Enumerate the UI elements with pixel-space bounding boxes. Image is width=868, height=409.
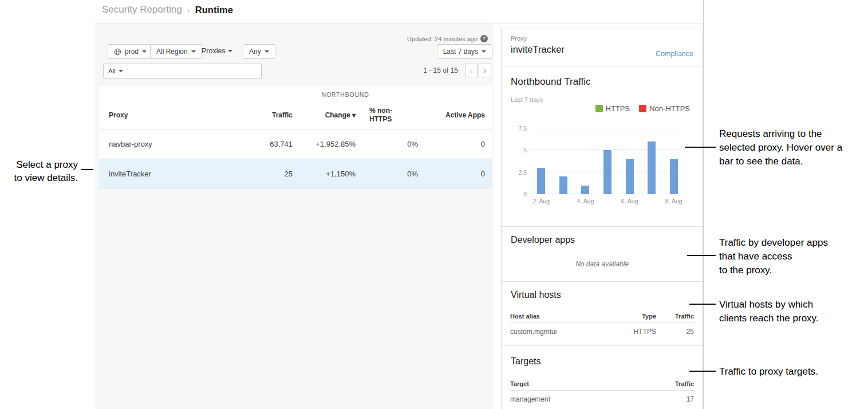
chart-y-tick-label: 7.5 [518, 125, 527, 132]
chart-bar[interactable] [603, 150, 611, 194]
cell-change: +1,150% [293, 170, 356, 178]
chart-bar[interactable] [648, 141, 656, 194]
target-row: management 17 [510, 391, 694, 408]
cell-host-alias: custom,mgmtui [510, 328, 615, 336]
search-input[interactable] [128, 64, 262, 78]
column-header-non-https[interactable]: % non-HTTPS [356, 107, 418, 124]
chart-bar[interactable] [626, 159, 634, 194]
northbound-group-label: NORTHBOUND [322, 91, 369, 98]
column-header-proxy[interactable]: Proxy [99, 111, 241, 119]
callout-line-virtual-hosts [689, 304, 716, 305]
annotation-select-proxy: Select a proxy to view details. [2, 158, 78, 184]
column-header-change-sort[interactable]: Change ▾ [293, 111, 356, 119]
proxies-label-text: Proxies [202, 47, 226, 55]
virtual-hosts-title: Virtual hosts [511, 290, 561, 300]
selected-proxy-name: inviteTracker [511, 44, 565, 55]
cell-non-https: 0% [356, 170, 418, 178]
chart-x-axis: 2. Aug4. Aug6. Aug8. Aug [530, 198, 685, 204]
caret-down-icon [142, 50, 147, 53]
chart-plot-area [530, 128, 685, 194]
chart-x-tick-label [553, 198, 575, 204]
chart-bar[interactable] [581, 186, 589, 194]
chart-bar[interactable] [559, 176, 567, 194]
breadcrumb-current-runtime: Runtime [195, 5, 233, 15]
environment-value: prod [125, 48, 139, 56]
any-filter-dropdown[interactable]: Any [243, 44, 275, 59]
virtual-host-row: custom,mgmtui HTTPS 25 [510, 323, 694, 340]
cell-change: +1,952.85% [293, 140, 356, 148]
legend-item-https: HTTPS [595, 104, 630, 113]
non-https-legend-swatch-icon [639, 105, 646, 112]
table-row-invitetracker[interactable]: inviteTracker 25 +1,150% 0% 0 [99, 159, 492, 189]
column-header-active-apps[interactable]: Active Apps [418, 111, 492, 119]
proxy-label: Proxy [511, 35, 527, 42]
updated-text: Updated: 24 minutes ago [407, 36, 478, 42]
chart-y-tick-label: 0 [523, 191, 527, 198]
any-filter-value: Any [249, 48, 261, 56]
date-range-value: Last 7 days [443, 48, 478, 56]
pagination-prev-button[interactable]: ‹ [465, 64, 478, 77]
virtual-hosts-section: Virtual hosts Host alias Type Traffic cu… [502, 282, 703, 346]
annotation-requests: Requests arriving to the selected proxy.… [719, 127, 868, 168]
legend-item-non-https: Non-HTTPS [639, 104, 690, 113]
northbound-traffic-subtitle: Last 7 days [511, 96, 543, 103]
virtual-hosts-table: Host alias Type Traffic custom,mgmtui HT… [510, 309, 694, 340]
caret-down-icon [482, 50, 486, 53]
help-icon[interactable]: ? [480, 35, 488, 42]
caret-down-icon [265, 50, 269, 53]
developer-apps-title: Developer apps [511, 235, 575, 245]
cell-traffic: 25 [656, 328, 694, 336]
search-scope-dropdown[interactable]: All [103, 64, 128, 78]
chart-bar[interactable] [670, 159, 678, 194]
callout-line-targets [689, 371, 716, 372]
cell-traffic: 63,741 [241, 140, 293, 148]
search-scope-value: All [108, 68, 116, 74]
developer-apps-empty-message: No data available [502, 260, 703, 268]
cell-active-apps: 0 [418, 170, 492, 178]
chart-y-tick-label: 2.5 [518, 169, 527, 176]
caret-down-icon [119, 70, 123, 72]
developer-apps-section: Developer apps No data available [502, 227, 703, 282]
chart-legend: HTTPS Non-HTTPS [595, 104, 690, 113]
pagination-next-button[interactable]: › [479, 64, 491, 77]
column-header-traffic[interactable]: Traffic [241, 111, 293, 119]
updated-status: Updated: 24 minutes ago ? [407, 35, 488, 42]
search-group: All [103, 64, 262, 78]
chart-bar[interactable] [537, 168, 545, 194]
pagination-range: 1 - 15 of 15 [423, 66, 458, 74]
table-row-navbar-proxy[interactable]: navbar-proxy 63,741 +1,952.85% 0% 0 [99, 129, 492, 159]
column-header-traffic: Traffic [656, 380, 694, 387]
column-header-target: Target [510, 380, 656, 387]
column-header-traffic: Traffic [656, 313, 694, 320]
environment-dropdown[interactable]: prod [108, 44, 153, 59]
targets-header-row: Target Traffic [510, 377, 694, 391]
chart-x-tick-label [641, 198, 663, 204]
annotation-targets: Traffic to proxy targets. [719, 365, 868, 379]
column-header-type: Type [615, 313, 656, 320]
breadcrumb-link-security-reporting[interactable]: Security Reporting [102, 4, 182, 15]
chart-y-axis: 02.557.5 [505, 128, 527, 194]
table-header-row: Proxy Traffic Change ▾ % non-HTTPS Activ… [99, 101, 492, 129]
targets-title: Targets [511, 356, 540, 367]
proxy-detail-panel: Proxy inviteTracker Compliance Northboun… [501, 29, 703, 409]
proxies-dropdown[interactable]: Proxies [202, 47, 232, 55]
proxy-header-section: Proxy inviteTracker Compliance [502, 29, 703, 66]
main-panel: Updated: 24 minutes ago ? prod All Regio… [94, 23, 494, 409]
caret-down-icon [228, 50, 232, 52]
cell-proxy-name: inviteTracker [99, 170, 241, 178]
northbound-traffic-title: Northbound Traffic [511, 76, 591, 88]
chart-x-tick-label: 6. Aug [618, 198, 641, 204]
annotation-virtual-hosts: Virtual hosts by which clients reach the… [719, 298, 868, 325]
targets-section: Targets Target Traffic management 17 [502, 346, 703, 409]
page-right-divider [703, 0, 704, 409]
chart-x-tick-label: 2. Aug [530, 198, 553, 204]
date-range-dropdown[interactable]: Last 7 days [437, 44, 492, 59]
callout-line-developer-apps [687, 255, 716, 256]
region-dropdown[interactable]: All Region [150, 44, 202, 59]
proxy-table: NORTHBOUND Proxy Traffic Change ▾ % non-… [99, 86, 492, 189]
breadcrumb-chevron-icon: › [187, 5, 190, 15]
annotation-developer-apps: Traffic by developer apps that have acce… [719, 236, 868, 277]
compliance-link[interactable]: Compliance [656, 50, 693, 58]
globe-icon [114, 48, 121, 56]
legend-label-non-https: Non-HTTPS [649, 104, 690, 113]
